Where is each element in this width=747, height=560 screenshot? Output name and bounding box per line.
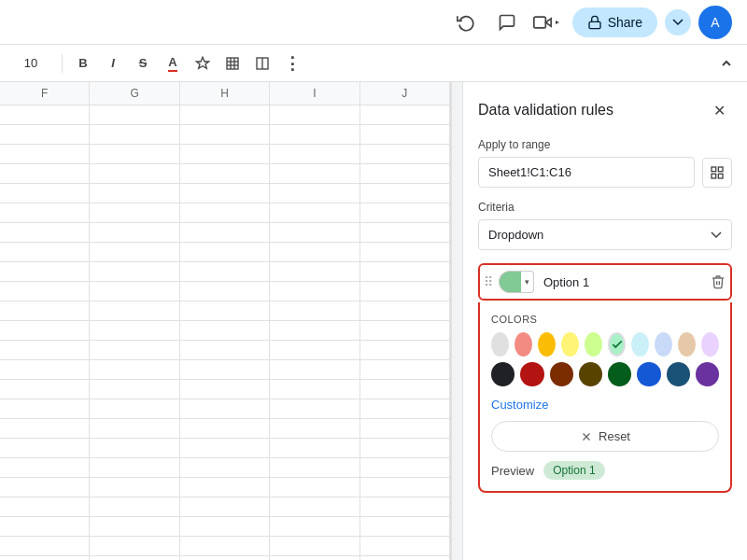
grid-cell[interactable] xyxy=(270,341,359,359)
grid-cell[interactable] xyxy=(90,301,179,320)
color-circle-button[interactable] xyxy=(499,271,521,293)
grid-cell[interactable] xyxy=(0,282,90,301)
select-range-button[interactable] xyxy=(702,158,732,188)
grid-cell[interactable] xyxy=(0,184,90,203)
grid-cell[interactable] xyxy=(180,105,270,124)
grid-cell[interactable] xyxy=(360,184,450,203)
swatch-light-4[interactable] xyxy=(608,332,626,357)
collapse-button[interactable] xyxy=(713,50,740,77)
grid-cell[interactable] xyxy=(270,478,359,497)
grid-cell[interactable] xyxy=(180,125,270,144)
grid-cell[interactable] xyxy=(360,517,450,536)
grid-cell[interactable] xyxy=(90,164,179,183)
grid-cell[interactable] xyxy=(90,556,179,560)
grid-cell[interactable] xyxy=(0,164,90,183)
grid-cell[interactable] xyxy=(0,125,90,144)
share-button[interactable]: Share xyxy=(572,7,657,37)
grid-cell[interactable] xyxy=(270,380,359,399)
swatch-light-3[interactable] xyxy=(585,332,602,357)
grid-cell[interactable] xyxy=(0,223,90,242)
reset-button[interactable]: Reset xyxy=(491,421,719,452)
delete-option-button[interactable] xyxy=(710,269,726,295)
grid-cell[interactable] xyxy=(180,399,270,418)
grid-cell[interactable] xyxy=(0,419,90,438)
grid-cell[interactable] xyxy=(360,458,450,477)
grid-cell[interactable] xyxy=(270,223,359,242)
grid-cell[interactable] xyxy=(180,497,270,516)
grid-cell[interactable] xyxy=(360,419,450,438)
grid-cell[interactable] xyxy=(270,145,359,163)
grid-cell[interactable] xyxy=(360,301,450,320)
grid-cell[interactable] xyxy=(360,556,450,560)
grid-cell[interactable] xyxy=(270,399,359,418)
grid-cell[interactable] xyxy=(180,419,270,438)
grid-cell[interactable] xyxy=(360,439,450,457)
swatch-light-7[interactable] xyxy=(678,332,696,357)
grid-cell[interactable] xyxy=(360,164,450,183)
swatch-light-0[interactable] xyxy=(514,332,532,357)
grid-cell[interactable] xyxy=(180,145,270,163)
grid-cell[interactable] xyxy=(180,243,270,261)
color-dropdown-arrow-button[interactable]: ▾ xyxy=(521,271,534,293)
grid-cell[interactable] xyxy=(90,419,179,438)
grid-cell[interactable] xyxy=(360,537,450,555)
bold-button[interactable]: B xyxy=(70,50,96,77)
grid-cell[interactable] xyxy=(90,203,179,222)
video-icon[interactable] xyxy=(531,6,565,39)
grid-cell[interactable] xyxy=(270,360,359,379)
grid-cell[interactable] xyxy=(0,145,90,163)
grid-cell[interactable] xyxy=(270,517,359,536)
grid-cell[interactable] xyxy=(90,262,179,281)
grid-cell[interactable] xyxy=(90,537,179,555)
grid-cell[interactable] xyxy=(270,164,359,183)
grid-cell[interactable] xyxy=(90,458,179,477)
grid-cell[interactable] xyxy=(90,125,179,144)
grid-cell[interactable] xyxy=(270,497,359,516)
grid-cell[interactable] xyxy=(360,478,450,497)
grid-cell[interactable] xyxy=(360,145,450,163)
grid-cell[interactable] xyxy=(180,439,270,457)
grid-cell[interactable] xyxy=(270,105,359,124)
avatar[interactable]: A xyxy=(698,6,732,39)
grid-cell[interactable] xyxy=(360,380,450,399)
grid-cell[interactable] xyxy=(270,439,359,457)
grid-cell[interactable] xyxy=(0,243,90,261)
grid-cell[interactable] xyxy=(90,341,179,359)
text-color-button[interactable]: A xyxy=(160,50,186,77)
grid-cell[interactable] xyxy=(0,262,90,281)
grid-cell[interactable] xyxy=(270,301,359,320)
grid-cell[interactable] xyxy=(180,203,270,222)
cell-reference[interactable]: 10 xyxy=(7,53,54,73)
grid-cell[interactable] xyxy=(180,184,270,203)
grid-cell[interactable] xyxy=(180,301,270,320)
scrollbar[interactable] xyxy=(451,82,462,560)
chat-icon[interactable] xyxy=(490,6,524,39)
grid-cell[interactable] xyxy=(270,262,359,281)
grid-cell[interactable] xyxy=(360,497,450,516)
grid-cell[interactable] xyxy=(0,458,90,477)
more-button[interactable]: ⋮ xyxy=(279,50,305,77)
italic-button[interactable]: I xyxy=(100,50,126,77)
grid-cell[interactable] xyxy=(270,458,359,477)
grid-cell[interactable] xyxy=(180,223,270,242)
grid-cell[interactable] xyxy=(180,517,270,536)
grid-cell[interactable] xyxy=(0,537,90,555)
history-icon[interactable] xyxy=(449,6,483,39)
grid-cell[interactable] xyxy=(0,517,90,536)
grid-cell[interactable] xyxy=(360,321,450,340)
grid-cell[interactable] xyxy=(90,380,179,399)
grid-cell[interactable] xyxy=(270,419,359,438)
merge-button[interactable] xyxy=(249,50,275,77)
grid-cell[interactable] xyxy=(180,380,270,399)
grid-cell[interactable] xyxy=(90,282,179,301)
swatch-light-5[interactable] xyxy=(631,332,649,357)
grid-cell[interactable] xyxy=(360,360,450,379)
grid-cell[interactable] xyxy=(0,341,90,359)
range-input[interactable] xyxy=(478,157,695,188)
grid-cell[interactable] xyxy=(360,262,450,281)
grid-cell[interactable] xyxy=(0,380,90,399)
grid-cell[interactable] xyxy=(270,184,359,203)
grid-cell[interactable] xyxy=(0,497,90,516)
share-dropdown-button[interactable] xyxy=(665,9,691,35)
grid-cell[interactable] xyxy=(180,164,270,183)
